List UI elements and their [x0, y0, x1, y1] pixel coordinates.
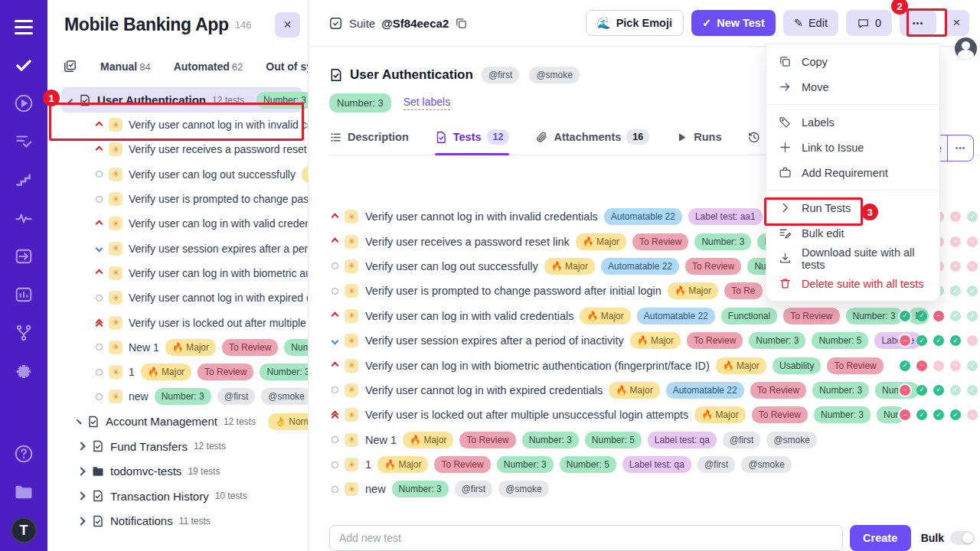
page-title: User Authentication: [350, 67, 473, 83]
tree-test-row[interactable]: ✳Verify user can log in with valid crede…: [47, 211, 308, 236]
pass-status-icon: ✓: [950, 285, 961, 296]
menu-item-delete-suite-with-all-tests[interactable]: Delete suite with all tests: [766, 271, 939, 296]
test-row[interactable]: ✳New 1🔥 MajorTo ReviewNumber: 3Number: 5…: [329, 428, 980, 452]
bulk-icon: [779, 227, 792, 240]
fail-status-icon: −: [900, 385, 910, 396]
project-title: Mobile Banking App: [64, 15, 229, 35]
badge: Number: 3: [155, 388, 211, 405]
test-row[interactable]: ✳Verify user session expires after a per…: [329, 328, 980, 353]
test-row[interactable]: ✳1🔥 MajorTo ReviewNumber: 3Number: 5Labe…: [329, 452, 980, 477]
app-logo[interactable]: T: [11, 517, 37, 543]
menu-item-download-suite-with-all-tests[interactable]: Download suite with all tests: [766, 246, 939, 271]
menu-item-bulk-edit[interactable]: Bulk edit: [766, 220, 939, 246]
tree-test-row[interactable]: ✳Verify user receives a password reset l…: [47, 137, 308, 161]
tree-suite-row[interactable]: Transaction History10 tests: [47, 484, 308, 509]
comment-icon: [857, 17, 870, 30]
panel-close-button[interactable]: ×: [275, 12, 300, 37]
avatar[interactable]: [955, 37, 977, 60]
wave-emoji-icon: 🌊: [597, 17, 611, 30]
tree-test-row[interactable]: ✳Verify user cannot log in with expired …: [47, 285, 308, 310]
pulse-icon[interactable]: [11, 205, 37, 231]
tree-suite-row[interactable]: todomvc-tests19 tests: [47, 459, 308, 484]
projects-folder-icon[interactable]: [11, 479, 37, 505]
pick-emoji-button[interactable]: 🌊Pick Emoji: [586, 10, 684, 36]
bulk-toggle[interactable]: [950, 531, 975, 545]
settings-gear-icon[interactable]: [11, 358, 37, 384]
test-row[interactable]: ✳Verify user is locked out after multipl…: [329, 403, 980, 427]
test-row[interactable]: ✳Verify user can log in with valid crede…: [329, 304, 980, 328]
suite-tests-count: 12 tests: [212, 95, 244, 106]
suite-type-label: Suite: [349, 17, 375, 30]
sign-in-icon[interactable]: [11, 243, 37, 269]
tests-check-icon[interactable]: [11, 52, 37, 78]
tab-out-of-sync[interactable]: Out of sync: [266, 60, 309, 73]
tree-suite-row[interactable]: Notifications11 tests: [47, 509, 308, 534]
tag-first[interactable]: @first: [482, 67, 520, 83]
tree-test-row[interactable]: ✳Verify user is prompted to change passw…: [47, 187, 308, 211]
tab-tests[interactable]: Tests12: [435, 129, 510, 155]
multi-select-icon[interactable]: [63, 59, 77, 73]
tree-test-row[interactable]: ✳Verify user cannot log in with invalid …: [47, 112, 308, 137]
badge: @smoke: [261, 388, 308, 405]
menu-divider: [766, 190, 939, 191]
badge: To Review: [222, 339, 278, 356]
add-test-input[interactable]: [329, 525, 843, 551]
steps-icon[interactable]: [11, 167, 37, 193]
menu-item-move[interactable]: Move: [766, 74, 939, 99]
edit-button[interactable]: ✎Edit: [783, 10, 838, 36]
tree-test-row[interactable]: ✳New 1🔥 MajorTo ReviewNumber: 3Number: 5…: [47, 335, 308, 360]
tab-manual[interactable]: Manual84: [100, 60, 151, 73]
badge: Number: 3: [694, 233, 751, 250]
bulk-label: Bulk: [921, 532, 944, 544]
menu-item-link-to-issue[interactable]: Link to Issue: [766, 135, 939, 160]
menu-item-add-requirement[interactable]: Add Requirement: [766, 160, 939, 185]
tag-smoke[interactable]: @smoke: [529, 67, 580, 83]
comments-button[interactable]: 0: [846, 10, 892, 36]
test-row[interactable]: ✳newNumber: 3@first@smoke: [329, 477, 980, 501]
tab-attachments[interactable]: Attachments16: [535, 129, 649, 155]
tree-suite-user-authentication[interactable]: User Authentication 12 tests Number: 3: [61, 87, 302, 112]
reports-icon[interactable]: [11, 282, 37, 308]
trash-icon: [779, 277, 792, 290]
sparkle-icon: ✳: [345, 210, 358, 223]
tab-runs[interactable]: Runs: [675, 131, 721, 154]
tree-test-row[interactable]: ✳Verify user can log in with biometric a…: [47, 261, 308, 285]
badge: 🔥 Major: [716, 357, 766, 374]
badge: 🔥 Major: [630, 332, 681, 349]
tree-test-row[interactable]: ✳Verify user session expires after a per…: [47, 236, 308, 260]
tree-test-row[interactable]: ✳Verify user can log out successfully🔥 M…: [47, 162, 308, 187]
pass-status-icon: ✓: [967, 311, 978, 321]
tree-test-row[interactable]: ✳Verify user is locked out after multipl…: [47, 310, 308, 334]
badge: 🔥 Major: [377, 456, 428, 473]
menu-icon[interactable]: [11, 14, 37, 40]
menu-item-run-tests[interactable]: Run Tests: [766, 195, 939, 220]
branch-icon[interactable]: [11, 320, 37, 346]
menu-item-copy[interactable]: Copy: [766, 49, 939, 74]
set-labels-link[interactable]: Set labels: [403, 96, 450, 110]
tab-automated[interactable]: Automated62: [174, 60, 243, 73]
plans-list-check-icon[interactable]: [11, 129, 37, 155]
tree-suite-row[interactable]: Account Management12 tests👌 Normal: [47, 409, 308, 435]
tree-suite-row[interactable]: Fund Transfers12 tests: [47, 434, 308, 459]
severity-badge: 👌 Normal: [268, 413, 308, 430]
create-button[interactable]: Create: [850, 525, 911, 551]
runs-play-icon[interactable]: [11, 90, 37, 116]
test-title: Verify user can log in with valid creden…: [129, 217, 308, 230]
tree-test-row[interactable]: ✳1🔥 MajorTo ReviewNumber: 3Number: 5Labe…: [47, 360, 308, 384]
run-status-dots: −✓✓✓−: [900, 409, 978, 420]
more-actions-button[interactable]: •••: [900, 10, 936, 36]
pass-status-icon: ✓: [933, 385, 944, 396]
test-row[interactable]: ✳Verify user cannot log in with expired …: [329, 378, 980, 403]
copy-id-icon[interactable]: [455, 17, 468, 30]
tree-test-row[interactable]: ✳newNumber: 3@first@smoke: [47, 384, 308, 409]
badge: Automatable 22: [637, 308, 715, 324]
tab-description[interactable]: Description: [329, 131, 409, 154]
close-suite-button[interactable]: ×: [944, 10, 969, 36]
test-row[interactable]: ✳Verify user can log in with biometric a…: [329, 353, 980, 377]
new-test-button[interactable]: ✓New Test: [691, 10, 776, 36]
menu-item-labels[interactable]: Labels: [766, 109, 939, 135]
help-icon[interactable]: [11, 441, 37, 467]
partial-button-more[interactable]: •••: [948, 135, 973, 161]
suite-name: Transaction History: [110, 490, 209, 503]
fail-status-icon: −: [967, 261, 978, 272]
